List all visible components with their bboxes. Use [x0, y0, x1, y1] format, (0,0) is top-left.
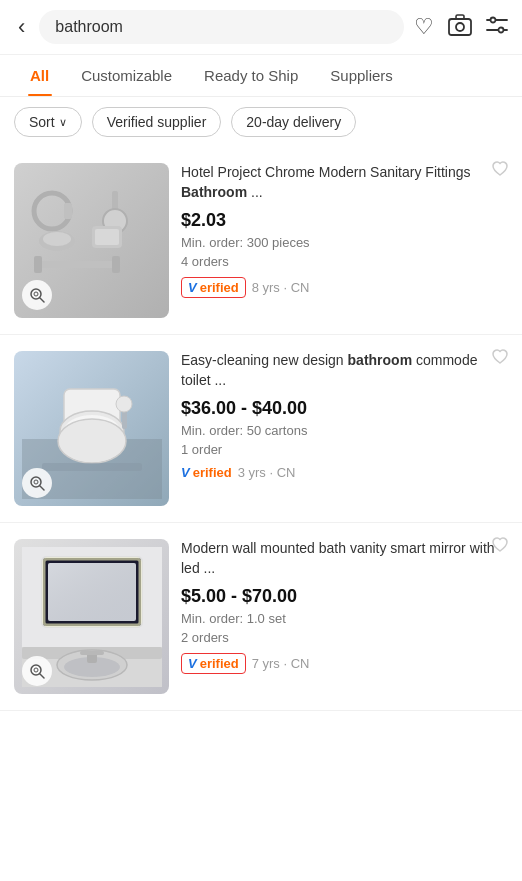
svg-point-31 [34, 480, 38, 484]
svg-rect-42 [80, 651, 104, 655]
filter-icon[interactable] [486, 16, 508, 39]
verified-row: Verified 3 yrs · CN [181, 465, 508, 480]
product-info: Hotel Project Chrome Modern Sanitary Fit… [181, 163, 508, 318]
tabs-bar: All Customizable Ready to Ship Suppliers [0, 55, 522, 97]
svg-rect-11 [37, 261, 117, 268]
verified-v-letter: V [188, 656, 197, 671]
svg-rect-12 [34, 256, 42, 273]
tab-suppliers[interactable]: Suppliers [314, 55, 409, 96]
verified-v-letter: V [188, 280, 197, 295]
verified-supplier-filter[interactable]: Verified supplier [92, 107, 222, 137]
verified-meta: 3 yrs · CN [238, 465, 296, 480]
header-icons: ♡ [414, 14, 508, 41]
wishlist-icon[interactable]: ♡ [414, 14, 434, 40]
product-image-wrap [14, 539, 169, 694]
svg-line-44 [40, 674, 44, 678]
20-day-delivery-label: 20-day delivery [246, 114, 341, 130]
sort-arrow-icon: ∨ [59, 116, 67, 129]
product-favorite-icon[interactable] [490, 159, 510, 182]
visual-search-icon[interactable] [22, 468, 52, 498]
svg-point-17 [43, 232, 71, 246]
tab-customizable[interactable]: Customizable [65, 55, 188, 96]
tab-all[interactable]: All [14, 55, 65, 96]
svg-point-28 [116, 396, 132, 412]
product-orders: 2 orders [181, 630, 508, 645]
svg-point-25 [58, 419, 126, 463]
product-price: $5.00 - $70.00 [181, 586, 508, 607]
verified-meta: 8 yrs · CN [252, 280, 310, 295]
filters-bar: Sort ∨ Verified supplier 20-day delivery [0, 97, 522, 147]
product-info: Modern wall mounted bath vanity smart mi… [181, 539, 508, 694]
product-title: Modern wall mounted bath vanity smart mi… [181, 539, 508, 578]
product-item: Modern wall mounted bath vanity smart mi… [0, 523, 522, 711]
svg-rect-26 [42, 463, 142, 471]
verified-badge: Verified [181, 653, 246, 674]
product-min-order: Min. order: 50 cartons [181, 423, 508, 438]
verified-badge: Verified [181, 277, 246, 298]
product-favorite-icon[interactable] [490, 347, 510, 370]
svg-rect-8 [64, 203, 72, 219]
search-text: bathroom [55, 18, 388, 36]
verified-meta: 7 yrs · CN [252, 656, 310, 671]
tab-ready-to-ship[interactable]: Ready to Ship [188, 55, 314, 96]
product-orders: 1 order [181, 442, 508, 457]
product-price: $2.03 [181, 210, 508, 231]
sort-label: Sort [29, 114, 55, 130]
product-list: Hotel Project Chrome Modern Sanitary Fit… [0, 147, 522, 731]
product-image-wrap [14, 163, 169, 318]
product-min-order: Min. order: 1.0 set [181, 611, 508, 626]
back-button[interactable]: ‹ [14, 10, 29, 44]
svg-point-20 [34, 292, 38, 296]
product-item: Easy-cleaning new design bathroom commod… [0, 335, 522, 523]
svg-point-1 [456, 23, 464, 31]
camera-icon[interactable] [448, 14, 472, 41]
product-title: Hotel Project Chrome Modern Sanitary Fit… [181, 163, 508, 202]
product-price: $36.00 - $40.00 [181, 398, 508, 419]
svg-rect-0 [449, 19, 471, 35]
visual-search-icon[interactable] [22, 656, 52, 686]
verified-row: Verified 7 yrs · CN [181, 653, 508, 674]
sort-filter[interactable]: Sort ∨ [14, 107, 82, 137]
verified-supplier-label: Verified supplier [107, 114, 207, 130]
svg-point-6 [499, 27, 504, 32]
product-title: Easy-cleaning new design bathroom commod… [181, 351, 508, 390]
product-item: Hotel Project Chrome Modern Sanitary Fit… [0, 147, 522, 335]
header: ‹ bathroom ♡ [0, 0, 522, 55]
verified-badge: Verified [181, 465, 232, 480]
svg-rect-2 [456, 15, 464, 19]
product-favorite-icon[interactable] [490, 535, 510, 558]
search-bar[interactable]: bathroom [39, 10, 404, 44]
verified-row: Verified 8 yrs · CN [181, 277, 508, 298]
svg-point-45 [34, 668, 38, 672]
product-image-wrap [14, 351, 169, 506]
svg-rect-37 [48, 563, 136, 621]
20-day-delivery-filter[interactable]: 20-day delivery [231, 107, 356, 137]
product-min-order: Min. order: 300 pieces [181, 235, 508, 250]
svg-line-19 [40, 298, 44, 302]
svg-point-5 [491, 17, 496, 22]
svg-line-30 [40, 486, 44, 490]
product-orders: 4 orders [181, 254, 508, 269]
product-info: Easy-cleaning new design bathroom commod… [181, 351, 508, 506]
svg-rect-15 [95, 229, 119, 245]
verified-v-letter: V [181, 465, 190, 480]
visual-search-icon[interactable] [22, 280, 52, 310]
svg-rect-13 [112, 256, 120, 273]
